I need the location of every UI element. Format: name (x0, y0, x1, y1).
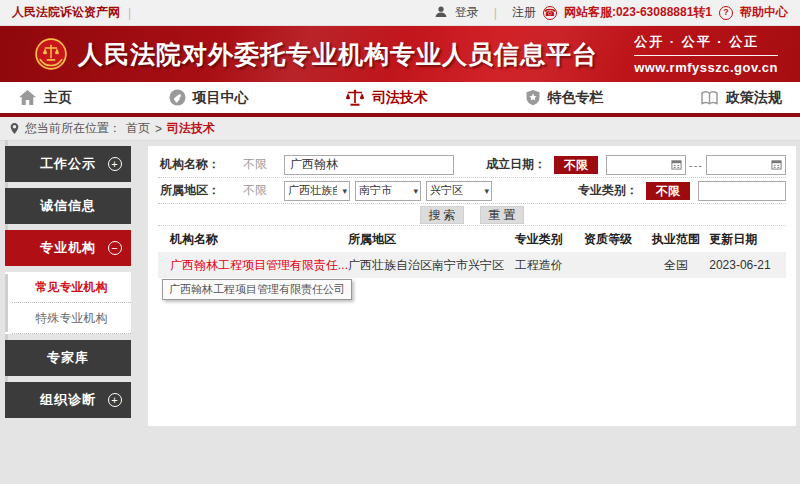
org-name-any-button[interactable]: 不限 (234, 156, 276, 173)
sidebar-item-label: 专家库 (47, 349, 89, 367)
category-group: 专业类别： 不限 (576, 181, 786, 201)
header-scope: 执业范围 (643, 226, 709, 252)
nav-label: 项目中心 (193, 89, 249, 107)
content-area: 工作公示 诚信信息 专业机构 常见专业机构 特殊专业机构 专家库 组织诊断 (0, 141, 800, 484)
topbar-divider: | (128, 6, 131, 20)
sidebar-item-label: 专业机构 (40, 239, 96, 257)
sidebar-item-expert-pool[interactable]: 专家库 (5, 340, 131, 376)
site-banner: 人民法院对外委托专业机构专业人员信息平台 公开 · 公平 · 公正 www.rm… (0, 26, 800, 82)
category-input[interactable] (698, 181, 786, 201)
table-row: 广西翰林工程项目管理有限责任... 广西壮族自治区南宁市兴宁区 工程造价 全国 … (158, 252, 786, 278)
main-nav: 主页 项目中心 司法技术 特色专栏 政策法规 (0, 82, 800, 113)
collapse-icon[interactable] (108, 241, 122, 255)
submenu-label: 常见专业机构 (36, 279, 108, 296)
login-register-divider: | (494, 6, 497, 20)
nav-item-home[interactable]: 主页 (18, 89, 72, 107)
header-grade: 资质等级 (573, 226, 642, 252)
sidebar-item-professional-orgs[interactable]: 专业机构 (5, 230, 131, 266)
table-header-row: 机构名称 所属地区 专业类别 资质等级 执业范围 更新日期 (158, 226, 786, 252)
org-name-tooltip: 广西翰林工程项目管理有限责任公司 (162, 279, 352, 300)
form-actions: 搜索 重置 (158, 204, 786, 226)
asset-site-link[interactable]: 人民法院诉讼资产网 (12, 4, 120, 21)
sidebar-item-work-publicity[interactable]: 工作公示 (5, 146, 131, 182)
sidebar-item-integrity-info[interactable]: 诚信信息 (5, 188, 131, 224)
login-link[interactable]: 登录 (455, 4, 479, 21)
banner-right: 公开 · 公平 · 公正 www.rmfysszc.gov.cn (634, 33, 778, 75)
founded-any-button[interactable]: 不限 (554, 156, 598, 174)
help-icon (719, 6, 733, 20)
header-region: 所属地区 (348, 226, 504, 252)
province-select-value: 广西壮族自治 (288, 183, 337, 198)
sidebar: 工作公示 诚信信息 专业机构 常见专业机构 特殊专业机构 专家库 组织诊断 (5, 146, 131, 424)
location-pin-icon (9, 122, 20, 135)
submenu-item-special-orgs[interactable]: 特殊专业机构 (12, 303, 131, 334)
sidebar-item-org-diagnosis[interactable]: 组织诊断 (5, 382, 131, 418)
category-label: 专业类别： (578, 182, 638, 199)
book-icon (700, 90, 719, 106)
city-select-value: 南宁市 (359, 183, 408, 198)
topbar-right: 登录 | 注册 ☎ 网站客服:023-63088881转1 帮助中心 (434, 4, 788, 21)
region-any-button[interactable]: 不限 (234, 182, 276, 199)
header-category: 专业类别 (504, 226, 573, 252)
submenu-item-common-orgs[interactable]: 常见专业机构 (12, 272, 131, 303)
site-url: www.rmfysszc.gov.cn (634, 60, 778, 75)
founded-start-input[interactable] (606, 155, 686, 175)
nav-label: 特色专栏 (548, 89, 604, 107)
org-name-input[interactable] (284, 155, 454, 175)
category-any-button[interactable]: 不限 (646, 182, 690, 200)
nav-item-project-center[interactable]: 项目中心 (169, 89, 249, 107)
top-utility-bar: 人民法院诉讼资产网 | 登录 | 注册 ☎ 网站客服:023-63088881转… (0, 0, 800, 26)
province-select[interactable]: 广西壮族自治 (284, 181, 350, 201)
founded-end-input[interactable] (706, 155, 786, 175)
breadcrumb-current: 司法技术 (167, 120, 215, 137)
calendar-icon[interactable] (671, 159, 682, 170)
search-button[interactable]: 搜索 (420, 206, 464, 224)
nav-item-judicial-tech[interactable]: 司法技术 (345, 89, 428, 107)
slogan-text: 公开 · 公平 · 公正 (634, 33, 778, 56)
sidebar-submenu: 常见专业机构 特殊专业机构 (5, 272, 131, 334)
header-updated: 更新日期 (709, 226, 786, 252)
page-title: 人民法院对外委托专业机构专业人员信息平台 (78, 38, 598, 71)
city-select[interactable]: 南宁市 (355, 181, 421, 201)
user-icon (434, 5, 448, 21)
date-range-separator: --- (689, 159, 703, 171)
reset-button[interactable]: 重置 (480, 206, 524, 224)
form-row-region: 所属地区： 不限 广西壮族自治 南宁市 兴宁区 专业类别： 不限 (158, 178, 786, 204)
org-detail-link[interactable]: 广西翰林工程项目管理有限责任... (170, 258, 348, 272)
region-label: 所属地区： (160, 182, 220, 199)
breadcrumb-prefix: 您当前所在位置： (25, 120, 121, 137)
sidebar-item-label: 诚信信息 (40, 197, 96, 215)
cell-scope: 全国 (643, 252, 709, 278)
nav-item-featured[interactable]: 特色专栏 (525, 89, 604, 107)
register-link[interactable]: 注册 (512, 4, 536, 21)
district-select-value: 兴宁区 (430, 183, 479, 198)
project-center-icon (169, 89, 186, 106)
cell-category: 工程造价 (504, 252, 573, 278)
nav-item-policies[interactable]: 政策法规 (700, 89, 782, 107)
cell-region: 广西壮族自治区南宁市兴宁区 (348, 252, 504, 278)
cell-org-name: 广西翰林工程项目管理有限责任... (158, 252, 348, 278)
help-center-link[interactable]: 帮助中心 (740, 4, 788, 21)
home-icon (18, 89, 37, 106)
main-panel: 机构名称： 不限 成立日期： 不限 --- 所属地区： 不限 广西壮族自治 (148, 146, 796, 426)
sidebar-item-label: 工作公示 (40, 155, 96, 173)
hotline-text: 网站客服:023-63088881转1 (564, 4, 712, 21)
nav-label: 政策法规 (726, 89, 782, 107)
breadcrumb-separator: > (155, 122, 162, 136)
org-name-label: 机构名称： (160, 156, 220, 173)
district-select[interactable]: 兴宁区 (426, 181, 492, 201)
founded-date-group: 成立日期： 不限 --- (484, 155, 786, 175)
sidebar-item-label: 组织诊断 (40, 391, 96, 409)
header-org-name: 机构名称 (158, 226, 348, 252)
nav-label: 司法技术 (372, 89, 428, 107)
calendar-icon[interactable] (771, 159, 782, 170)
expand-icon[interactable] (108, 157, 122, 171)
founded-date-label: 成立日期： (486, 156, 546, 173)
breadcrumb: 您当前所在位置： 首页 > 司法技术 (0, 117, 800, 141)
expand-icon[interactable] (108, 393, 122, 407)
submenu-label: 特殊专业机构 (36, 310, 108, 327)
breadcrumb-home-link[interactable]: 首页 (126, 120, 150, 137)
scales-icon (345, 89, 365, 106)
shield-star-icon (525, 89, 541, 106)
cell-updated: 2023-06-21 (709, 252, 786, 278)
